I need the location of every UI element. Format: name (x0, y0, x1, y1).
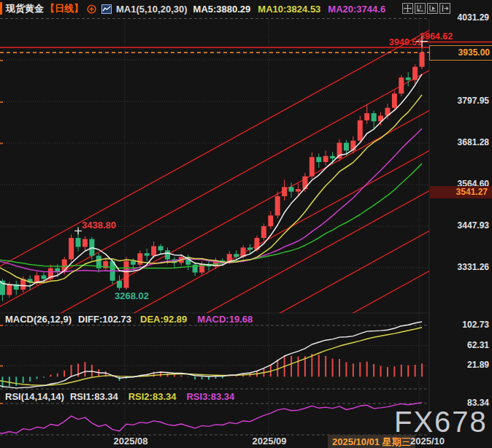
current-price-label: 3935.00 (429, 45, 492, 61)
macd-title: MACD(26,12,9) (5, 314, 72, 325)
add-indicator-icon[interactable] (87, 4, 96, 14)
ma10-value: MA10:3824.53 (258, 4, 320, 15)
macd-diff-value: DIFF:102.73 (78, 314, 131, 325)
highlighted-date-label: 2025/10/01 星期三 (328, 435, 415, 448)
date-label-sep: 2025/09 (248, 436, 291, 447)
axis-price-label: 3681.28 (431, 137, 492, 147)
axis-price-label: 3331.26 (431, 262, 492, 272)
macd-axis-label: 62.31 (431, 340, 492, 350)
date-label-oct: 2025/10 (410, 436, 445, 447)
macd-axis-label: 21.89 (431, 360, 492, 370)
chart-canvas[interactable] (0, 0, 492, 448)
rsi2-value: RSI2:83.34 (128, 391, 177, 402)
axis-price-label: 3447.93 (431, 220, 492, 231)
date-label-aug: 2025/08 (109, 436, 152, 447)
axis-shift-right-icon[interactable] (439, 3, 450, 14)
chart-line-icon (101, 4, 112, 14)
axis-price-label: 3797.95 (431, 96, 492, 106)
session-high-label: 3964.62 (420, 31, 453, 42)
rsi-title: RSI(14,14,14) (5, 391, 64, 402)
resistance-level-label: 3949.51 (380, 37, 422, 47)
rsi-label-row: RSI(14,14,14) RSI1:83.34 RSI2:83.34 RSI3… (5, 391, 234, 402)
symbol-name: 现货黄金 (6, 2, 44, 15)
axis-play-icon[interactable] (427, 3, 438, 14)
watermark-logo: FX678 (394, 406, 488, 439)
ma5-value: MA5:3880.29 (193, 4, 251, 15)
rsi1-value: RSI1:83.34 (70, 391, 118, 402)
trading-chart-app: 现货黄金 【日线】 MA1(5,10,20,30) MA5:3880.29 MA… (0, 0, 492, 448)
marked-high-label: 3438.80 (82, 220, 116, 231)
rsi3-value: RSI3:83.34 (186, 391, 234, 402)
alert-level-label: 3541.27 (430, 186, 492, 198)
crosshair-move-icon[interactable] (402, 3, 413, 14)
chart-toolbar (402, 3, 450, 14)
marked-low-label: 3268.02 (115, 290, 149, 301)
macd-axis-label: 102.73 (431, 320, 492, 330)
rsi-axis-label: 83.34 (431, 398, 492, 408)
period-selector[interactable]: 【日线】 (45, 2, 83, 15)
macd-dea-value: DEA:92.89 (140, 314, 187, 325)
macd-bar-value: MACD:19.68 (197, 314, 253, 325)
price-chart-svg (0, 0, 492, 448)
header-accent-bar (0, 2, 2, 15)
ma-settings-label: MA1(5,10,20,30) (116, 4, 188, 15)
axis-scale-left-icon[interactable] (415, 3, 426, 14)
macd-label-row: MACD(26,12,9) DIFF:102.73 DEA:92.89 MACD… (5, 314, 253, 325)
ma20-value: MA20:3744.6 (328, 4, 385, 15)
